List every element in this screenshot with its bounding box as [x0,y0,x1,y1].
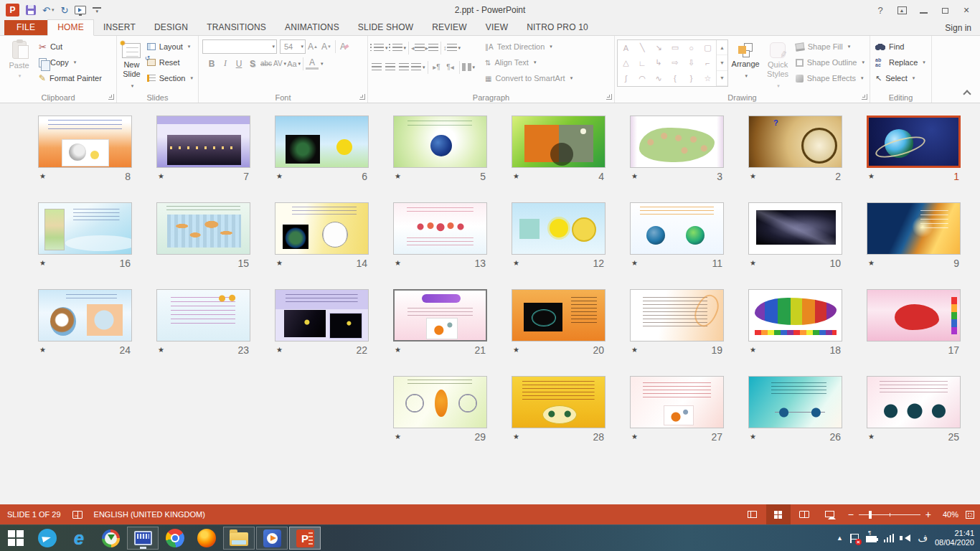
align-right-button[interactable] [397,60,410,74]
slide-thumbnail-12-sun-compass-diagram[interactable] [512,202,606,255]
battery-icon[interactable] [866,536,877,542]
zoom-out-button[interactable]: − [848,511,854,518]
clear-formatting-button[interactable]: A [338,40,351,54]
slide-thumbnail-14-yellow-flower-globes[interactable] [275,202,369,255]
tab-file[interactable]: FILE [4,20,47,35]
copy-button[interactable]: Copy▾ [36,55,105,70]
section-button[interactable]: Section▾ [144,70,196,86]
slide-thumbnail-15-meridians-world-map[interactable] [156,202,250,255]
shape-rounded-rectangle[interactable]: ▢ [704,43,711,52]
increase-indent-button[interactable]: ▸ [425,41,439,55]
shape-corner[interactable]: ⌐ [705,59,710,67]
shape-fill-button[interactable]: Shape Fill▾ [793,39,867,55]
format-painter-button[interactable]: ✎Format Painter [36,70,105,86]
action-center-icon[interactable] [850,534,859,543]
slide-thumbnail-10-milky-way-galaxy[interactable] [748,202,842,255]
character-spacing-button[interactable]: AV▾ [273,57,286,70]
shape-triangle[interactable]: △ [623,58,628,67]
customize-quick-access-toolbar-button[interactable]: ▾ [93,7,101,14]
align-center-button[interactable] [384,60,397,74]
bullets-button[interactable]: ▾ [370,41,388,55]
slide-thumbnail-5-earth-on-green-leaves[interactable] [393,116,487,168]
zoom-slider[interactable] [859,514,920,515]
ltr-direction-button[interactable]: ▸¶ [430,60,443,74]
shape-left-brace[interactable]: { [674,74,677,83]
numbering-button[interactable]: ▾ [389,41,407,55]
tab-home[interactable]: HOME [47,19,94,36]
quick-styles-button[interactable]: Quick Styles▾ [763,38,792,90]
tab-nitro-pro-10[interactable]: NITRO PRO 10 [517,20,598,35]
shape-star[interactable]: ☆ [705,74,712,83]
network-signal-icon[interactable] [884,534,895,542]
taskbar-remote-desktop-button[interactable] [127,527,159,550]
slide-thumbnail-8-orange-horizon-diagram[interactable] [38,116,132,168]
slide-thumbnail-7-night-lights-purple[interactable] [156,116,250,168]
text-shadow-button[interactable]: S [246,57,259,70]
taskbar-file-explorer-button[interactable] [223,527,255,550]
align-text-button[interactable]: ⇅Align Text▾ [482,55,575,70]
slide-thumbnail-27-rose-text-model[interactable] [630,376,724,428]
keyboard-language-indicator[interactable]: ف [918,533,927,544]
line-spacing-button[interactable]: ↕▾ [443,41,461,55]
ribbon-display-options-button[interactable]: ▲ [891,1,913,19]
font-name-combo[interactable]: ▾ [202,39,277,54]
volume-icon[interactable] [901,534,910,542]
shape-effects-button[interactable]: Shape Effects▾ [793,70,867,86]
shape-down-arrow[interactable]: ⇩ [688,58,694,67]
tab-view[interactable]: VIEW [476,20,517,35]
shape-right-brace[interactable]: } [690,74,693,83]
shape-arrow[interactable]: ↘ [655,43,661,52]
shape-curve[interactable]: ∿ [655,74,661,83]
shape-right-arrow[interactable]: ⇨ [672,58,678,67]
restore-button[interactable] [934,1,956,19]
slide-thumbnail-28-golden-text-diagram[interactable] [512,376,606,428]
save-button[interactable] [26,5,36,15]
slide-thumbnail-9-earth-sunrise-space[interactable] [867,202,961,255]
slide-thumbnail-4-day-night-split-boat[interactable] [512,116,606,168]
text-direction-button[interactable]: ∥AText Direction▾ [482,39,575,55]
slide-thumbnail-13-pink-flower-garland[interactable] [393,202,487,255]
paragraph-dialog-launcher[interactable] [606,94,612,100]
decrease-indent-button[interactable]: ◂ [411,41,425,55]
slide-counter[interactable]: SLIDE 1 OF 29 [7,510,61,519]
bold-button[interactable]: B [205,57,218,70]
replace-button[interactable]: abacReplace▾ [872,55,928,70]
shapes-scroll-up-button[interactable]: ▲ [717,40,727,55]
slide-sorter-view-button[interactable] [766,504,791,524]
slide-thumbnail-16-blue-waves-map-strip[interactable] [38,202,132,255]
taskbar-idm-button[interactable] [95,525,126,551]
zoom-in-button[interactable]: + [925,511,931,518]
clock[interactable]: 21:41 08/04/2020 [935,529,974,547]
powerpoint-logo-icon[interactable]: P [6,4,19,17]
shapes-more-button[interactable]: ▼ [717,71,727,86]
sign-in-link[interactable]: Sign in [945,23,971,33]
spell-check-icon[interactable] [72,511,83,519]
start-from-beginning-button[interactable] [75,6,86,14]
slide-thumbnail-3-world-map-clocks[interactable] [630,116,724,168]
slide-thumbnail-2-antique-pocket-watch[interactable] [748,116,842,168]
slide-thumbnail-25-three-globes-pink[interactable] [867,376,961,428]
change-case-button[interactable]: Aa▾ [287,57,301,70]
slide-thumbnail-18-timezone-color-map[interactable] [748,289,842,342]
reading-view-button[interactable] [792,504,816,524]
slide-thumbnail-21-sun-model-pink[interactable] [393,289,487,342]
shape-oval[interactable]: ○ [689,44,694,52]
select-button[interactable]: ↖Select▾ [872,70,928,86]
cut-button[interactable]: ✂Cut [36,39,105,55]
arrange-button[interactable]: Arrange▾ [728,38,763,88]
shape-scribble[interactable]: ʃ [625,74,626,83]
rtl-direction-button[interactable]: ¶◂ [444,60,457,74]
tab-animations[interactable]: ANIMATIONS [275,20,349,35]
help-button[interactable]: ? [870,1,891,19]
slide-thumbnail-29-lens-eclipse-diagram[interactable] [393,376,487,428]
zoom-level[interactable]: 40% [937,510,958,519]
italic-button[interactable]: I [219,57,232,70]
tab-slide-show[interactable]: SLIDE SHOW [349,20,423,35]
slide-thumbnail-23-butterflies-text[interactable] [156,289,250,342]
normal-view-button[interactable] [740,504,765,524]
shape-rectangle[interactable]: ▭ [672,43,679,52]
font-dialog-launcher[interactable] [359,94,365,100]
slide-thumbnail-26-teal-orbit-diagram[interactable] [748,376,842,428]
taskbar-chrome-button[interactable] [159,525,191,551]
convert-to-smartart-button[interactable]: ▦Convert to SmartArt▾ [482,70,575,86]
